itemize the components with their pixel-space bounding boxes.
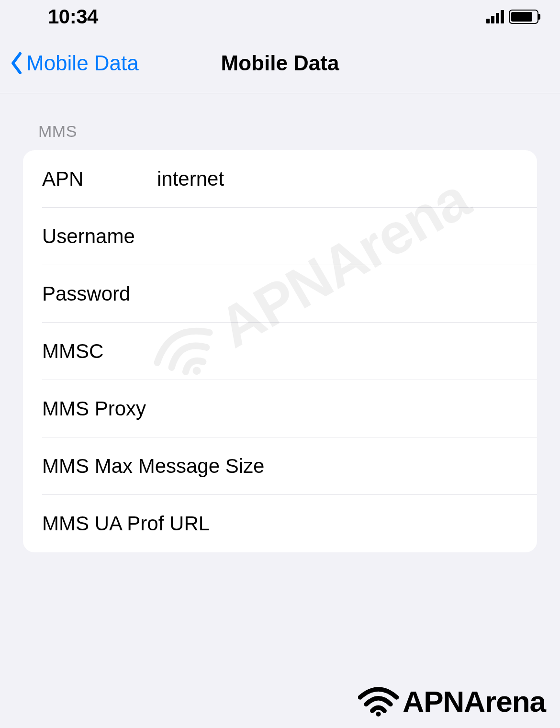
- row-label-password: Password: [42, 282, 157, 305]
- navigation-bar: Mobile Data Mobile Data: [0, 34, 560, 93]
- svg-point-1: [376, 712, 381, 717]
- wifi-brand-icon: [358, 686, 399, 717]
- status-indicators: [486, 10, 538, 24]
- row-label-username: Username: [42, 225, 157, 248]
- back-label: Mobile Data: [26, 51, 139, 75]
- input-username[interactable]: [157, 225, 537, 248]
- settings-group-mms: APN Username Password MMSC MMS Proxy MMS…: [23, 150, 537, 552]
- input-mms-proxy[interactable]: [284, 397, 537, 420]
- input-apn[interactable]: [157, 168, 537, 190]
- brand-text: APNArena: [403, 684, 546, 718]
- cellular-signal-icon: [486, 10, 504, 23]
- input-password[interactable]: [157, 282, 537, 305]
- page-title: Mobile Data: [221, 51, 339, 75]
- content: MMS APN Username Password MMSC MMS Proxy…: [0, 93, 560, 552]
- row-label-mms-ua-prof: MMS UA Prof URL: [42, 512, 537, 535]
- row-mms-ua-prof[interactable]: MMS UA Prof URL: [23, 495, 537, 552]
- row-label-mms-proxy: MMS Proxy: [42, 397, 284, 420]
- row-mms-proxy[interactable]: MMS Proxy: [23, 380, 537, 437]
- row-label-mmsc: MMSC: [42, 340, 157, 363]
- row-mms-max-size[interactable]: MMS Max Message Size: [23, 437, 537, 495]
- input-mmsc[interactable]: [157, 340, 537, 363]
- row-password[interactable]: Password: [23, 265, 537, 323]
- section-header-mms: MMS: [38, 122, 537, 141]
- status-time: 10:34: [48, 5, 98, 28]
- row-label-apn: APN: [42, 168, 157, 190]
- back-button[interactable]: Mobile Data: [10, 51, 139, 75]
- status-bar: 10:34: [0, 0, 560, 34]
- row-mmsc[interactable]: MMSC: [23, 323, 537, 380]
- row-apn[interactable]: APN: [23, 150, 537, 208]
- battery-icon: [509, 10, 538, 24]
- row-label-mms-max-size: MMS Max Message Size: [42, 455, 537, 478]
- row-username[interactable]: Username: [23, 208, 537, 265]
- chevron-back-icon: [10, 51, 24, 75]
- brand-logo: APNArena: [358, 684, 546, 718]
